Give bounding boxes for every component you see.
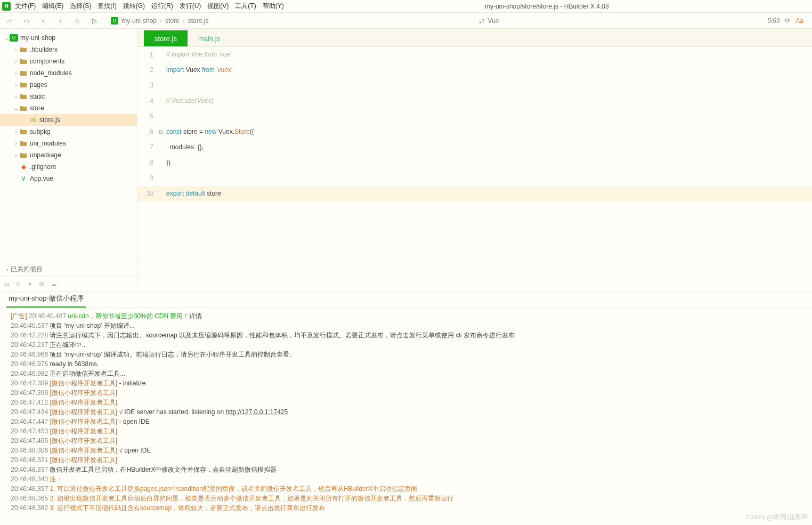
menu-item[interactable]: 跳转(G)	[123, 2, 145, 11]
footer-icon[interactable]: ✦	[27, 280, 33, 288]
tree-label: store.js	[39, 116, 60, 124]
tree-label: static	[30, 93, 45, 100]
breadcrumb-item[interactable]: store	[165, 17, 180, 25]
back-icon[interactable]: ‹	[38, 16, 48, 26]
fold-icon[interactable]: ⊟	[159, 124, 166, 140]
folder-icon	[19, 151, 28, 159]
breadcrumb-item[interactable]: my-uni-shop	[121, 17, 157, 25]
code-text: // Vue.use(Vuex)	[166, 93, 214, 109]
fold-icon[interactable]	[159, 47, 166, 62]
line-number: 4	[137, 93, 159, 109]
project-icon: U	[10, 34, 18, 42]
code-line[interactable]: 2import Vuex from 'vuex'	[137, 62, 812, 78]
code-line[interactable]: 10export default store	[137, 186, 812, 201]
tree-item-unpackage[interactable]: ›unpackage	[0, 149, 137, 161]
console-output[interactable]: [广告] 20:46:40.487 uni-cdn，帮你节省至少30%的 CDN…	[0, 308, 812, 525]
fold-icon[interactable]	[159, 155, 166, 171]
new-file-icon[interactable]: ▱	[4, 16, 14, 26]
menu-item[interactable]: 发行(U)	[180, 2, 201, 11]
tree-item-components[interactable]: ›components	[0, 55, 137, 67]
console-line: 20:46:47.465 [微信小程序开发者工具]	[11, 436, 801, 446]
fold-icon[interactable]	[159, 93, 166, 109]
menu-item[interactable]: 运行(R)	[151, 2, 173, 11]
code-text: // import Vue from 'vue'	[166, 47, 231, 62]
console-line: 20:46:48.382 3. 运行模式下不压缩代码且含有sourcemap，体…	[11, 503, 801, 513]
line-number: 8	[137, 155, 159, 171]
fold-icon[interactable]	[159, 62, 166, 78]
code-line[interactable]: 5	[137, 109, 812, 124]
code-line[interactable]: 9	[137, 171, 812, 186]
sidebar: ⌄ U my-uni-shop ›.hbuilderx›components›n…	[0, 29, 137, 292]
line-number: 10	[137, 186, 159, 201]
tree-item-static[interactable]: ›static	[0, 91, 137, 102]
search-input[interactable]: Vue	[488, 17, 499, 25]
console-link[interactable]: 详情	[189, 312, 202, 320]
console-line: 20:46:47.447 [微信小程序开发者工具] - open IDE	[11, 417, 801, 426]
code-editor[interactable]: 1// import Vue from 'vue'2import Vuex fr…	[137, 47, 812, 292]
console-line: 20:46:48.321 [微信小程序开发者工具]	[11, 455, 801, 465]
footer-icon[interactable]: ⊙	[15, 280, 21, 288]
console-line: 20:46:42.228 请注意运行模式下，因日志输出、sourcemap 以及…	[11, 330, 801, 340]
menu-item[interactable]: 帮助(Y)	[263, 2, 284, 11]
tree-item-App.vue[interactable]: VApp.vue	[0, 173, 137, 184]
search-icon: ⇄	[479, 17, 484, 25]
chevron-icon: ›	[13, 129, 19, 135]
code-line[interactable]: 6⊟const store = new Vuex.Store({	[137, 124, 812, 140]
menu-item[interactable]: 编辑(E)	[42, 2, 63, 11]
editor-tab[interactable]: store.js	[144, 30, 188, 46]
footer-icon[interactable]: ▭	[3, 280, 9, 288]
save-icon[interactable]: ▭	[21, 16, 31, 26]
fold-icon[interactable]	[159, 186, 166, 201]
console-line: 20:46:42.237 正在编译中...	[11, 340, 801, 350]
fold-icon[interactable]	[159, 109, 166, 124]
code-line[interactable]: 7 modules: {},	[137, 140, 812, 155]
fold-icon[interactable]	[159, 78, 166, 93]
footer-icon[interactable]: ⊕	[39, 280, 44, 288]
menu-item[interactable]: 查找(I)	[98, 2, 116, 11]
console-line: 20:46:47.434 [微信小程序开发者工具] √ IDE server h…	[11, 407, 801, 417]
tree-item-node_modules[interactable]: ›node_modules	[0, 67, 137, 79]
tree-project-root[interactable]: ⌄ U my-uni-shop	[0, 32, 137, 44]
vue-icon: V	[19, 175, 28, 182]
line-number: 6	[137, 124, 159, 140]
breadcrumb-item[interactable]: store.js	[188, 17, 209, 25]
console-line: 20:46:46.976 ready in 5638ms.	[11, 359, 801, 369]
menu-item[interactable]: 视图(V)	[207, 2, 229, 11]
tree-item-.hbuilderx[interactable]: ›.hbuilderx	[0, 44, 137, 55]
console-line: 20:46:48.343 注：	[11, 474, 801, 484]
code-text: })	[166, 155, 170, 171]
editor-tab[interactable]: main.js	[188, 30, 231, 46]
code-line[interactable]: 1// import Vue from 'vue'	[137, 47, 812, 62]
tree-item-.gitignore[interactable]: ◆.gitignore	[0, 161, 137, 173]
tree-item-store[interactable]: ⌄store	[0, 102, 137, 114]
tree-item-store.js[interactable]: JSstore.js	[0, 114, 137, 126]
menu-item[interactable]: 工具(T)	[235, 2, 256, 11]
sync-icon[interactable]: ⟳	[785, 17, 790, 25]
code-line[interactable]: 3	[137, 78, 812, 93]
console-link[interactable]: http://127.0.0.1:17425	[225, 408, 288, 416]
forward-icon[interactable]: ›	[55, 16, 65, 26]
run-icon[interactable]: ▷	[90, 16, 99, 26]
menu-item[interactable]: 文件(F)	[15, 2, 36, 11]
case-icon[interactable]: Aa	[795, 17, 803, 25]
chevron-icon: ⌄	[13, 106, 19, 111]
sidebar-footer: ▭ ⊙ ✦ ⊕ ☁	[0, 276, 137, 292]
console-tab[interactable]: my-uni-shop-微信小程序	[6, 290, 86, 308]
fold-icon[interactable]	[159, 140, 166, 155]
tree-item-subpkg[interactable]: ›subpkg	[0, 126, 137, 138]
code-text: const store = new Vuex.Store({	[166, 124, 254, 140]
footer-icon[interactable]: ☁	[51, 280, 57, 288]
closed-projects-section[interactable]: › 已关闭项目	[0, 263, 137, 276]
tree-item-pages[interactable]: ›pages	[0, 79, 137, 91]
console-panel: my-uni-shop-微信小程序 [广告] 20:46:40.487 uni-…	[0, 292, 812, 525]
console-line: 20:46:48.337 微信开发者工具已启动，在HBuilderX中修改文件并…	[11, 465, 801, 474]
code-line[interactable]: 4// Vue.use(Vuex)	[137, 93, 812, 109]
fold-icon[interactable]	[159, 171, 166, 186]
menu-item[interactable]: 选择(S)	[70, 2, 91, 11]
search-box[interactable]: ⇄ Vue	[479, 17, 760, 25]
folder-icon	[19, 104, 28, 112]
tree-item-uni_modules[interactable]: ›uni_modules	[0, 138, 137, 149]
star-icon[interactable]: ☆	[72, 16, 82, 26]
code-line[interactable]: 8})	[137, 155, 812, 171]
folder-icon	[19, 46, 28, 53]
